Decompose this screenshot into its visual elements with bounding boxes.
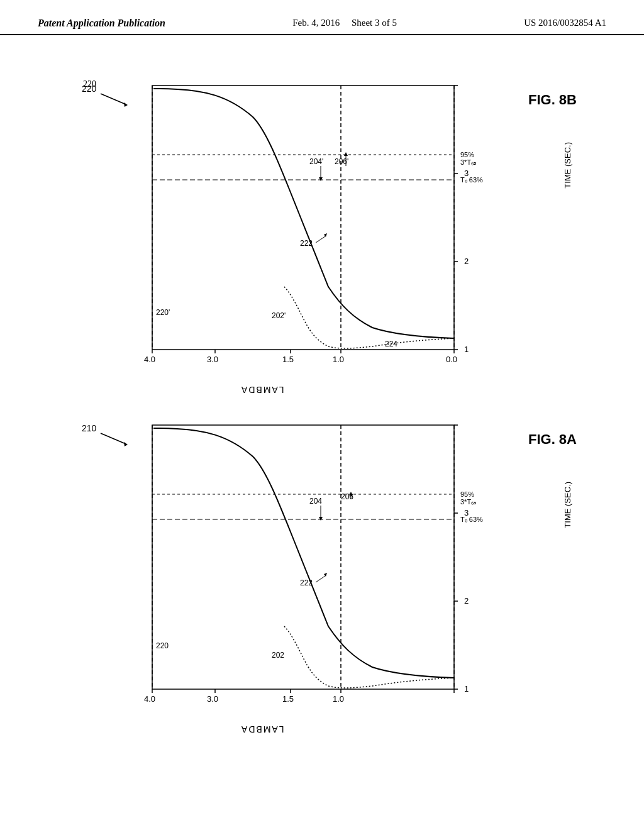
svg-marker-32 (344, 152, 348, 156)
svg-text:222: 222 (300, 239, 313, 248)
lambda-label-8a: LAMBDA (240, 724, 284, 734)
svg-text:4.0: 4.0 (144, 694, 155, 704)
svg-rect-41 (152, 425, 454, 689)
svg-text:1.0: 1.0 (333, 694, 344, 704)
svg-text:T₀ 63%: T₀ 63% (460, 176, 483, 184)
fig8b-chart: 4.0 3.0 1.5 1.0 0.0 1 2 3 220' 202' (102, 67, 555, 394)
svg-text:2: 2 (464, 257, 469, 266)
svg-text:220': 220' (156, 308, 170, 317)
svg-text:95%: 95% (460, 490, 474, 498)
svg-text:224: 224 (385, 340, 397, 348)
svg-text:3*T₆₃: 3*T₆₃ (460, 498, 476, 506)
svg-text:1.5: 1.5 (282, 694, 294, 704)
svg-text:202: 202 (272, 651, 284, 660)
svg-text:3*T₆₃: 3*T₆₃ (460, 158, 476, 166)
lambda-label-8b: LAMBDA (240, 385, 284, 395)
svg-text:204: 204 (309, 497, 322, 506)
fig8a-chart: 4.0 3.0 1.5 1.0 1 2 3 220 202 222 204 20… (102, 406, 555, 733)
svg-text:202': 202' (272, 311, 286, 320)
fig8b-container: 220 TIME (SEC.) FIG. 8B (64, 67, 580, 400)
svg-text:222: 222 (300, 578, 313, 587)
ref220-label-8b: 220 (82, 82, 138, 116)
time-sec-label-8b: TIME (SEC.) (562, 142, 574, 189)
svg-line-39 (101, 94, 126, 104)
ref210-label: 210 (82, 422, 138, 455)
main-content: 220 TIME (SEC.) FIG. 8B (0, 35, 644, 752)
svg-text:0.0: 0.0 (446, 355, 457, 364)
svg-text:3.0: 3.0 (207, 355, 218, 364)
svg-text:T₀ 63%: T₀ 63% (460, 516, 483, 523)
svg-marker-40 (124, 102, 128, 107)
time-sec-label-8a: TIME (SEC.) (562, 482, 574, 528)
svg-text:204': 204' (309, 157, 323, 166)
svg-text:3.0: 3.0 (207, 694, 218, 704)
svg-marker-79 (124, 442, 128, 446)
svg-marker-69 (319, 517, 323, 521)
svg-rect-0 (152, 86, 454, 350)
svg-line-33 (316, 236, 325, 243)
svg-text:1: 1 (464, 345, 469, 354)
header-center: Feb. 4, 2016 Sheet 3 of 5 (292, 18, 397, 28)
svg-text:210: 210 (82, 423, 97, 433)
svg-text:1.0: 1.0 (333, 355, 344, 364)
svg-marker-30 (319, 177, 323, 181)
svg-text:220: 220 (82, 84, 97, 94)
page-header: Patent Application Publication Feb. 4, 2… (0, 0, 644, 35)
publication-title: Patent Application Publication (38, 18, 165, 29)
svg-text:4.0: 4.0 (144, 355, 155, 364)
svg-marker-73 (324, 573, 327, 577)
svg-line-72 (316, 576, 325, 582)
fig8a-container: TIME (SEC.) FIG. 8A (64, 406, 580, 739)
pub-date: Feb. 4, 2016 (292, 18, 340, 28)
svg-marker-34 (324, 233, 327, 237)
svg-text:206': 206' (335, 157, 348, 166)
svg-line-78 (101, 433, 126, 444)
svg-text:95%: 95% (460, 151, 474, 158)
sheet-info: Sheet 3 of 5 (352, 18, 397, 28)
svg-text:1.5: 1.5 (282, 355, 294, 364)
svg-text:1: 1 (464, 684, 469, 694)
svg-text:220: 220 (156, 641, 169, 650)
svg-text:2: 2 (464, 596, 469, 606)
patent-number: US 2016/0032854 A1 (524, 18, 606, 28)
